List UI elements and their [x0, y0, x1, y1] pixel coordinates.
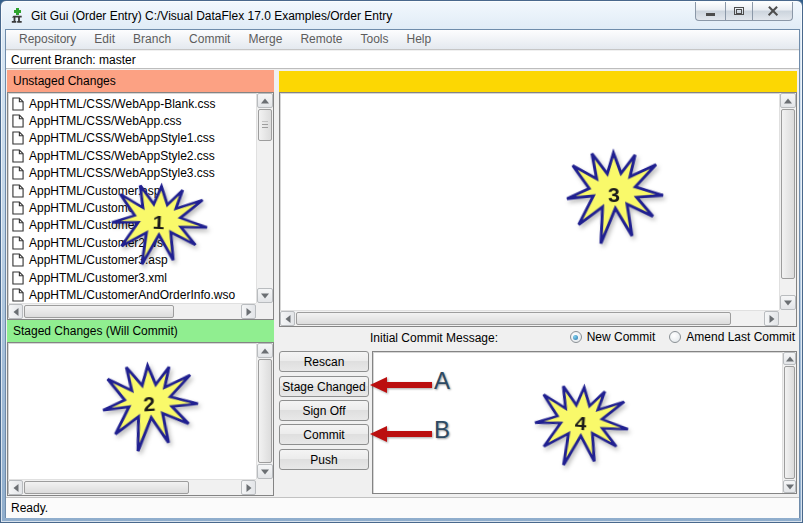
menu-item-repository[interactable]: Repository	[10, 30, 85, 49]
file-icon	[12, 288, 24, 302]
close-icon	[767, 5, 779, 17]
scroll-left-icon[interactable]	[8, 304, 23, 319]
callout-letter-b: B	[434, 416, 450, 444]
scrollbar-thumb[interactable]	[258, 109, 272, 141]
file-name: AppHTML/CSS/WebApp-Blank.css	[29, 97, 216, 111]
push-button[interactable]: Push	[279, 449, 369, 470]
file-icon	[12, 236, 24, 250]
commit-type-radios: New Commit Amend Last Commit	[570, 330, 795, 344]
scroll-up-icon[interactable]	[257, 93, 273, 108]
maximize-icon	[734, 7, 744, 15]
file-icon	[12, 97, 24, 111]
rescan-button[interactable]: Rescan	[279, 351, 369, 372]
unstaged-changes-header: Unstaged Changes	[7, 70, 274, 92]
new-commit-radio[interactable]: New Commit	[570, 330, 656, 344]
staged-changes-header: Staged Changes (Will Commit)	[7, 320, 274, 342]
menu-bar: Repository Edit Branch Commit Merge Remo…	[6, 30, 799, 50]
message-vertical-scrollbar[interactable]	[782, 352, 796, 493]
window-title: Git Gui (Order Entry) C:/Visual DataFlex…	[31, 9, 392, 23]
scroll-down-icon[interactable]	[780, 295, 796, 310]
unstaged-horizontal-scrollbar[interactable]	[8, 303, 256, 319]
callout-arrow-a-icon	[370, 376, 432, 394]
file-name: AppHTML/CustomerAndOrderInfo.wso	[29, 288, 235, 302]
scroll-left-icon[interactable]	[8, 480, 23, 495]
scroll-right-icon[interactable]	[764, 311, 779, 326]
unstaged-file-row[interactable]: AppHTML/CSS/WebAppStyle2.css	[10, 147, 255, 164]
current-branch-bar: Current Branch: master	[6, 51, 799, 69]
title-bar: Git Gui (Order Entry) C:/Visual DataFlex…	[2, 2, 801, 29]
commit-message-label: Initial Commit Message:	[370, 331, 498, 345]
scrollbar-thumb[interactable]	[784, 366, 795, 479]
file-name: AppHTML/CSS/WebAppStyle3.css	[29, 166, 215, 180]
unstaged-file-row[interactable]: AppHTML/CSS/WebApp.css	[10, 112, 255, 129]
callout-starburst-4: 4	[531, 382, 631, 470]
stage-changed-button[interactable]: Stage Changed	[279, 376, 369, 397]
svg-text:1: 1	[152, 212, 165, 233]
svg-text:3: 3	[608, 183, 621, 206]
radio-unselected-icon	[669, 331, 681, 343]
menu-item-edit[interactable]: Edit	[85, 30, 124, 49]
staged-horizontal-scrollbar[interactable]	[8, 479, 256, 495]
diff-vertical-scrollbar[interactable]	[779, 93, 796, 310]
file-icon	[12, 253, 24, 267]
diff-view[interactable]	[279, 92, 797, 327]
close-button[interactable]	[753, 2, 793, 21]
scroll-down-icon[interactable]	[783, 480, 796, 493]
unstaged-file-row[interactable]: AppHTML/CSS/WebAppStyle1.css	[10, 130, 255, 147]
unstaged-file-row[interactable]: AppHTML/CustomerAndOrderInfo.wso	[10, 286, 255, 302]
file-icon	[12, 271, 24, 285]
commit-button[interactable]: Commit	[279, 424, 369, 445]
callout-starburst-3: 3	[564, 148, 665, 245]
scrollbar-corner	[256, 303, 273, 319]
file-icon	[12, 131, 24, 145]
app-window: Git Gui (Order Entry) C:/Visual DataFlex…	[0, 0, 803, 523]
menu-item-commit[interactable]: Commit	[180, 30, 239, 49]
file-icon	[12, 166, 24, 180]
callout-starburst-2: 2	[99, 360, 202, 455]
scroll-right-icon[interactable]	[241, 480, 256, 495]
unstaged-file-row[interactable]: AppHTML/CSS/WebApp-Blank.css	[10, 95, 255, 112]
status-bar: Ready.	[6, 497, 799, 518]
scroll-up-icon[interactable]	[257, 343, 273, 358]
window-controls	[695, 2, 793, 21]
svg-text:2: 2	[143, 394, 156, 416]
diff-header-bar	[279, 71, 797, 92]
menu-item-tools[interactable]: Tools	[351, 30, 397, 49]
git-gui-logo-icon	[10, 8, 25, 24]
menu-item-remote[interactable]: Remote	[291, 30, 351, 49]
scroll-left-icon[interactable]	[280, 311, 295, 326]
diff-horizontal-scrollbar[interactable]	[280, 310, 779, 326]
scroll-down-icon[interactable]	[257, 288, 273, 303]
menu-item-merge[interactable]: Merge	[239, 30, 291, 49]
scroll-up-icon[interactable]	[783, 352, 796, 365]
file-name: AppHTML/Customer3.xml	[29, 271, 167, 285]
staged-vertical-scrollbar[interactable]	[256, 343, 273, 479]
scrollbar-thumb[interactable]	[24, 481, 189, 494]
unstaged-file-row[interactable]: AppHTML/Customer3.xml	[10, 269, 255, 286]
new-commit-radio-label: New Commit	[587, 330, 656, 344]
menu-item-help[interactable]: Help	[397, 30, 440, 49]
callout-arrow-b-icon	[370, 425, 432, 443]
amend-last-commit-radio[interactable]: Amend Last Commit	[669, 330, 795, 344]
maximize-button[interactable]	[725, 2, 753, 21]
radio-selected-icon	[570, 331, 582, 343]
sign-off-button[interactable]: Sign Off	[279, 400, 369, 421]
scroll-right-icon[interactable]	[241, 304, 256, 319]
scrollbar-corner	[256, 479, 273, 495]
file-icon	[12, 149, 24, 163]
scroll-down-icon[interactable]	[257, 464, 273, 479]
scrollbar-thumb[interactable]	[258, 359, 272, 463]
scroll-up-icon[interactable]	[780, 93, 796, 108]
file-icon	[12, 184, 24, 198]
callout-letter-a: A	[434, 367, 450, 395]
unstaged-vertical-scrollbar[interactable]	[256, 93, 273, 303]
scrollbar-thumb[interactable]	[296, 312, 731, 325]
callout-starburst-1: 1	[109, 182, 210, 269]
scrollbar-thumb[interactable]	[24, 305, 174, 318]
unstaged-file-row[interactable]: AppHTML/CSS/WebAppStyle3.css	[10, 165, 255, 182]
file-name: AppHTML/CSS/WebAppStyle1.css	[29, 131, 215, 145]
menu-item-branch[interactable]: Branch	[124, 30, 180, 49]
scrollbar-thumb[interactable]	[781, 109, 795, 279]
minimize-button[interactable]	[695, 2, 725, 21]
file-name: AppHTML/CSS/WebAppStyle2.css	[29, 149, 215, 163]
